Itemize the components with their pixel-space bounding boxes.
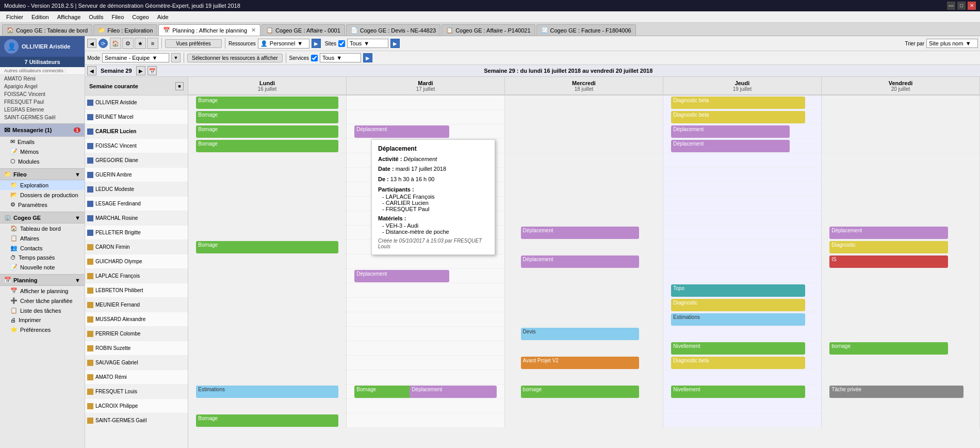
name-row[interactable]: OLLIVIER Aristide xyxy=(85,95,188,110)
tab-tab6[interactable]: 📋 Cogeo GE : Affaire - P140021 xyxy=(442,24,535,36)
event-block[interactable]: Bornage xyxy=(196,97,338,109)
calendar-row[interactable] xyxy=(188,370,346,385)
calendar-row[interactable] xyxy=(505,399,663,413)
sidebar-item-exploration[interactable]: 📁 Exploration xyxy=(0,180,85,190)
calendar-row[interactable] xyxy=(505,370,663,385)
fileo-header[interactable]: 📁 Fileo ▼ xyxy=(0,168,85,180)
event-block[interactable]: Devis xyxy=(521,328,640,340)
services-select[interactable]: Tous ▼ xyxy=(320,53,361,62)
sidebar-item-temps[interactable]: ⏱ Temps passés xyxy=(0,253,85,262)
name-row[interactable]: FRESQUET Louis xyxy=(85,385,188,399)
calendar-row[interactable] xyxy=(505,139,663,153)
calendar-row[interactable] xyxy=(188,356,346,370)
event-block[interactable]: Bornage xyxy=(196,241,338,253)
calendar-row[interactable] xyxy=(822,182,979,197)
name-row[interactable]: CARON Firmin xyxy=(85,240,188,254)
calendar-row[interactable] xyxy=(188,153,346,168)
calendar-row[interactable] xyxy=(188,254,346,269)
arrow-btn[interactable]: ▶ xyxy=(312,39,321,48)
calendar-row[interactable] xyxy=(822,139,979,153)
calendar-row[interactable] xyxy=(822,298,979,312)
services-arrow-btn[interactable]: ▶ xyxy=(363,53,372,62)
calendar-row[interactable] xyxy=(188,312,346,327)
calendar-row[interactable] xyxy=(188,226,346,240)
name-row[interactable]: AMATO Rémi xyxy=(85,370,188,385)
calendar-row[interactable] xyxy=(188,283,346,298)
calendar-row[interactable] xyxy=(188,182,346,197)
event-block[interactable]: Bornage xyxy=(196,125,338,138)
refresh-btn[interactable]: ⟳ xyxy=(99,39,108,48)
selectionner-btn[interactable]: Sélectionner les ressources à afficher xyxy=(187,54,283,62)
event-block[interactable]: Estimations xyxy=(671,313,805,326)
name-row[interactable]: LAPLACE François xyxy=(85,269,188,283)
name-row[interactable]: BRUNET Marcel xyxy=(85,110,188,124)
minimize-btn[interactable]: — xyxy=(947,2,955,10)
event-block[interactable]: Déplacement xyxy=(354,125,449,138)
calendar-row[interactable] xyxy=(347,254,504,269)
menu-item-aide[interactable]: Aide xyxy=(153,13,173,21)
calendar-row[interactable] xyxy=(505,269,663,283)
sidebar-item-tableau[interactable]: 🏠 Tableau de bord xyxy=(0,223,85,233)
event-block[interactable]: Tâche privée xyxy=(829,386,963,398)
calendar-row[interactable] xyxy=(822,211,979,226)
event-block[interactable]: Topo xyxy=(671,284,805,297)
event-block[interactable]: bornage xyxy=(521,386,640,398)
name-row[interactable]: GREGOIRE Diane xyxy=(85,153,188,168)
calendar-row[interactable] xyxy=(347,356,504,370)
connected-user-item[interactable]: FRESQUET Paul xyxy=(0,98,85,106)
connected-user-item[interactable]: FOISSAC Vincent xyxy=(0,90,85,98)
calendar-row[interactable] xyxy=(663,211,821,226)
tab-tab4[interactable]: 📋 Cogeo GE : Affaire - 0001 xyxy=(262,24,345,36)
sidebar-item-creer-tache[interactable]: ➕ Créer tâche planifiée xyxy=(0,296,85,306)
calendar-row[interactable] xyxy=(822,110,979,124)
messagerie-header[interactable]: ✉ Messagerie (1) 1 xyxy=(0,123,85,137)
event-block[interactable]: Estimations xyxy=(196,386,338,398)
next-week-btn[interactable]: ▶ xyxy=(136,66,145,75)
event-block[interactable]: Diagnostic xyxy=(671,299,805,311)
sites-checkbox[interactable] xyxy=(338,40,345,47)
calendar-row[interactable] xyxy=(347,399,504,413)
event-block[interactable]: Avant Projet V2 xyxy=(521,357,640,369)
calendar-row[interactable] xyxy=(188,399,346,413)
sidebar-modules[interactable]: ⬡ Modules xyxy=(0,156,85,166)
calendar-row[interactable] xyxy=(505,124,663,139)
calendar-row[interactable] xyxy=(505,413,663,428)
name-row[interactable]: MUSSARD Alexandre xyxy=(85,312,188,327)
sidebar-item-liste-taches[interactable]: 📋 Liste des tâches xyxy=(0,306,85,315)
tab-tab5[interactable]: 📄 Cogeo GE : Devis - NE-44823 xyxy=(346,24,440,36)
event-block[interactable]: Diagnostic beta xyxy=(671,111,805,123)
event-block[interactable]: Déplacement xyxy=(521,255,640,268)
name-row[interactable]: MEUNIER Fernand xyxy=(85,298,188,312)
event-block[interactable]: Bornage xyxy=(196,140,338,152)
planning-header[interactable]: 📅 Planning ▼ xyxy=(0,274,85,286)
calendar-row[interactable] xyxy=(188,197,346,211)
services-checkbox[interactable] xyxy=(311,55,318,61)
calendar-row[interactable] xyxy=(822,153,979,168)
sidebar-emails[interactable]: ✉ Emails xyxy=(0,137,85,147)
star-icon[interactable]: ★ xyxy=(135,38,146,49)
list-icon[interactable]: ≡ xyxy=(147,38,158,49)
cogeo-header[interactable]: 🏢 Cogeo GE ▼ xyxy=(0,212,85,223)
calendar-row[interactable] xyxy=(347,298,504,312)
event-block[interactable]: Déplacement xyxy=(671,140,790,152)
event-block[interactable]: Bornage xyxy=(196,111,338,123)
sidebar-item-preferences[interactable]: ⭐ Préférences xyxy=(0,325,85,334)
calendar-row[interactable] xyxy=(505,312,663,327)
calendar-row[interactable] xyxy=(505,283,663,298)
connected-user-item[interactable]: SAINT-GERMES Gaël xyxy=(0,114,85,121)
event-block[interactable]: Nivellement xyxy=(671,386,805,398)
home-icon[interactable]: 🏠 xyxy=(110,38,121,49)
sidebar-item-affaires[interactable]: 📋 Affaires xyxy=(0,233,85,243)
tab-tab1[interactable]: 🏠 Cogeo GE : Tableau de bord xyxy=(2,24,92,36)
calendar-row[interactable] xyxy=(663,269,821,283)
calendar-row[interactable] xyxy=(347,95,504,110)
calendar-row[interactable] xyxy=(663,182,821,197)
tab-tab2[interactable]: 📁 Fileo : Exploration xyxy=(93,24,157,36)
nav-prev-btn[interactable]: ◀ xyxy=(87,39,96,48)
calendar-row[interactable] xyxy=(505,240,663,254)
sidebar-item-afficher-planning[interactable]: 📅 Afficher le planning xyxy=(0,286,85,296)
sidebar-item-dossiers[interactable]: 📂 Dossiers de production xyxy=(0,190,85,200)
menu-item-outils[interactable]: Outils xyxy=(85,13,107,21)
calendar-row[interactable] xyxy=(347,110,504,124)
calendar-row[interactable] xyxy=(822,269,979,283)
